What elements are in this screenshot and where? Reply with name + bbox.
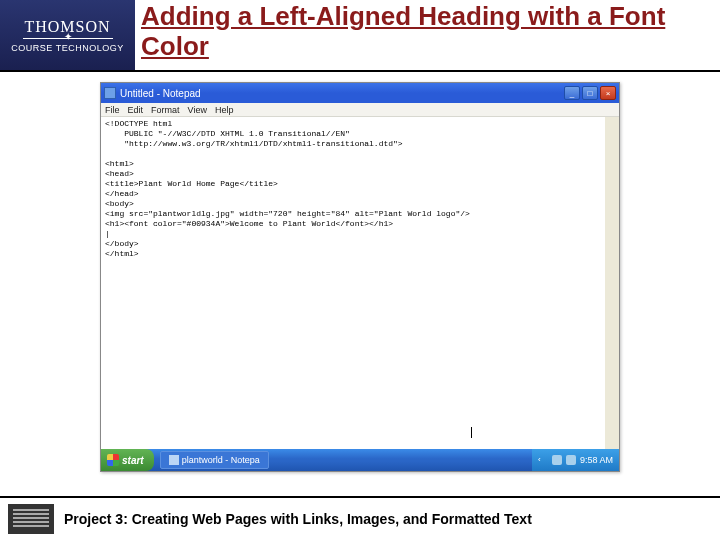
notepad-window-title: Untitled - Notepad (120, 88, 564, 99)
windows-taskbar: start plantworld - Notepa ‹ 9:58 AM (101, 449, 619, 471)
menu-help[interactable]: Help (215, 105, 234, 115)
system-tray[interactable]: ‹ 9:58 AM (532, 449, 619, 471)
maximize-button[interactable]: □ (582, 86, 598, 100)
tray-icon-2[interactable] (566, 455, 576, 465)
text-caret (471, 427, 472, 438)
footer-text: Project 3: Creating Web Pages with Links… (64, 511, 532, 527)
notepad-titlebar[interactable]: Untitled - Notepad _ □ × (101, 83, 619, 103)
tray-icon-1[interactable] (552, 455, 562, 465)
brand-divider (23, 38, 113, 39)
notepad-menubar: File Edit Format View Help (101, 103, 619, 117)
notepad-window: Untitled - Notepad _ □ × File Edit Forma… (100, 82, 620, 472)
minimize-button[interactable]: _ (564, 86, 580, 100)
menu-format[interactable]: Format (151, 105, 180, 115)
menu-edit[interactable]: Edit (128, 105, 144, 115)
title-area: Adding a Left-Aligned Heading with a Fon… (135, 0, 720, 64)
notepad-taskbar-icon (169, 455, 179, 465)
notepad-app-icon (104, 87, 116, 99)
tray-clock[interactable]: 9:58 AM (580, 455, 613, 465)
series-logo (8, 504, 54, 534)
close-button[interactable]: × (600, 86, 616, 100)
menu-file[interactable]: File (105, 105, 120, 115)
tray-expand-icon[interactable]: ‹ (538, 455, 548, 465)
start-button[interactable]: start (101, 449, 154, 471)
slide-title: Adding a Left-Aligned Heading with a Fon… (141, 2, 714, 62)
notepad-text-area[interactable]: <!DOCTYPE html PUBLIC "-//W3C//DTD XHTML… (101, 117, 619, 449)
taskbar-item-label: plantworld - Notepa (182, 455, 260, 465)
windows-logo-icon (107, 454, 119, 466)
slide-body: Untitled - Notepad _ □ × File Edit Forma… (0, 72, 720, 496)
menu-view[interactable]: View (188, 105, 207, 115)
scroll-up-icon[interactable]: ▴ (605, 117, 619, 131)
slide-footer: Project 3: Creating Web Pages with Links… (0, 496, 720, 540)
brand-line2: COURSE TECHNOLOGY (11, 43, 123, 53)
taskbar-item-notepad[interactable]: plantworld - Notepa (160, 451, 269, 469)
slide-header: THOMSON COURSE TECHNOLOGY Adding a Left-… (0, 0, 720, 72)
brand-logo: THOMSON COURSE TECHNOLOGY (0, 0, 135, 70)
start-label: start (122, 455, 144, 466)
scroll-down-icon[interactable]: ▾ (605, 435, 619, 449)
